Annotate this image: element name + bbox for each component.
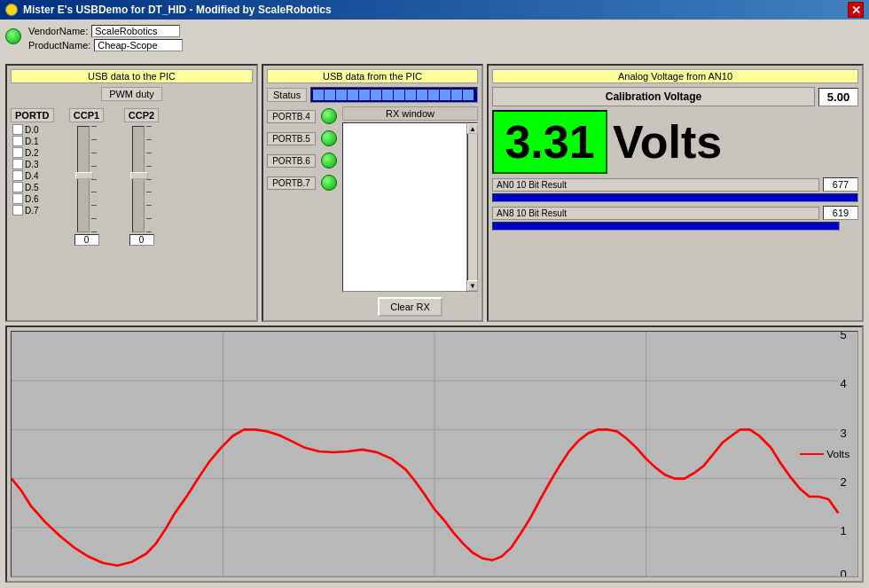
status-bar-segment (463, 90, 474, 100)
scroll-up-button[interactable]: ▲ (467, 123, 478, 134)
pin-row: D.1 (12, 136, 54, 146)
portd-label: PORTD (11, 108, 54, 122)
pin-label: D.4 (25, 171, 39, 181)
pin-checkbox[interactable] (12, 182, 23, 192)
status-bar-segment (348, 90, 358, 100)
rx-scrollbar[interactable]: ▲ ▼ (467, 122, 478, 292)
voltage-unit: Volts (613, 115, 722, 169)
calib-value[interactable]: 5.00 (818, 88, 858, 106)
portb-label: PORTB.6 (267, 154, 316, 168)
product-name-label: ProductName: (28, 40, 90, 51)
status-bar-segment (325, 90, 335, 100)
usb-to-pic-header: USB data to the PIC (11, 69, 253, 83)
svg-text:Volts: Volts (826, 449, 849, 459)
chart-area: 5 4 3 2 1 0 Volts (5, 325, 864, 583)
pin-label: D.5 (25, 183, 39, 192)
title-icon (5, 4, 18, 16)
clear-rx-button[interactable]: Clear RX (378, 297, 442, 317)
pin-row: D.3 (12, 159, 54, 169)
portb-led (321, 108, 337, 124)
an8-label: AN8 10 Bit Result (492, 207, 819, 220)
analog-panel: Analog Voltage from AN10 Calibration Vol… (487, 64, 864, 322)
pin-row: D.6 (12, 193, 54, 204)
portb-section: PORTB.4PORTB.5PORTB.6PORTB.7 (267, 108, 337, 317)
status-bar (310, 87, 478, 103)
svg-text:3: 3 (840, 427, 846, 440)
portb-label: PORTB.7 (267, 176, 316, 190)
status-label: Status (267, 88, 307, 102)
ccp1-value: 0 (74, 234, 99, 246)
portb-led (321, 130, 337, 146)
status-bar-segment (451, 90, 462, 100)
pin-label: D.2 (25, 148, 39, 158)
ccp2-value: 0 (129, 234, 154, 246)
pin-checkbox[interactable] (12, 193, 23, 204)
status-bar-segment (359, 90, 370, 100)
status-bar-segment (428, 90, 439, 100)
status-bar-segment (313, 90, 324, 100)
pin-row: D.7 (12, 205, 54, 216)
usb-to-pic-panel: USB data to the PIC PWM duty PORTD D.0D.… (5, 64, 258, 322)
portb-row: PORTB.5 (267, 130, 337, 146)
portb-row: PORTB.4 (267, 108, 337, 124)
ccp1-slider[interactable] (77, 126, 90, 232)
svg-text:1: 1 (840, 525, 846, 537)
pin-checkbox[interactable] (12, 136, 23, 146)
pin-label: D.1 (25, 137, 39, 146)
status-bar-segment (405, 90, 416, 100)
title-bar: Mister E's USBDemo for DT_HID - Modified… (0, 0, 869, 20)
pin-label: D.3 (25, 160, 39, 169)
pin-checkbox[interactable] (12, 205, 23, 216)
portb-label: PORTB.4 (267, 110, 316, 123)
an0-label: AN0 10 Bit Result (492, 178, 819, 192)
chart-inner: 5 4 3 2 1 0 Volts (11, 331, 858, 577)
status-bar-segment (336, 90, 347, 100)
rx-window-label: RX window (342, 106, 478, 121)
pin-label: D.0 (25, 125, 39, 135)
an0-bar (492, 193, 858, 202)
pin-checkbox[interactable] (12, 159, 23, 169)
voltage-display: 3.31 (492, 110, 607, 174)
svg-text:5: 5 (840, 332, 846, 341)
portb-label: PORTB.5 (267, 132, 316, 145)
status-bar-segment (417, 90, 427, 100)
portb-row: PORTB.6 (267, 153, 337, 169)
svg-text:0: 0 (840, 568, 846, 576)
pin-checkbox[interactable] (12, 170, 23, 181)
rx-window[interactable] (342, 122, 467, 292)
status-bar-segment (371, 90, 381, 100)
window-title: Mister E's USBDemo for DT_HID - Modified… (23, 4, 332, 16)
connection-status-light (5, 28, 21, 44)
vendor-name-value: ScaleRobotics (91, 25, 180, 37)
pin-row: D.5 (12, 182, 54, 192)
voltage-chart: 5 4 3 2 1 0 Volts (12, 332, 857, 576)
svg-text:4: 4 (840, 379, 846, 391)
status-bar-segment (394, 90, 404, 100)
ccp1-label: CCP1 (69, 108, 104, 122)
ccp2-slider[interactable] (132, 126, 145, 232)
pin-label: D.7 (25, 206, 39, 216)
pin-row: D.2 (12, 147, 54, 158)
analog-header: Analog Voltage from AN10 (492, 69, 858, 83)
calib-label: Calibration Voltage (492, 87, 815, 106)
pin-checkbox[interactable] (12, 124, 23, 135)
pin-label: D.6 (25, 194, 39, 204)
an8-bar (492, 222, 840, 231)
pin-checkbox[interactable] (12, 147, 23, 158)
an0-value: 677 (823, 177, 858, 192)
close-button[interactable]: ✕ (848, 2, 864, 18)
usb-from-pic-panel: USB data from the PIC Status PORTB.4PORT… (262, 64, 483, 322)
portb-led (321, 175, 337, 191)
pwm-duty-label: PWM duty (101, 87, 162, 101)
usb-from-pic-header: USB data from the PIC (267, 69, 478, 83)
an8-value: 619 (823, 206, 858, 220)
svg-text:2: 2 (840, 476, 846, 489)
status-bar-segment (382, 90, 393, 100)
status-bar-segment (440, 90, 450, 100)
scroll-down-button[interactable]: ▼ (467, 280, 478, 291)
product-name-value: Cheap-Scope (94, 39, 183, 51)
ccp2-label: CCP2 (124, 108, 159, 122)
pin-row: D.4 (12, 170, 54, 181)
vendor-name-label: VendorName: (28, 26, 88, 36)
portb-row: PORTB.7 (267, 175, 337, 191)
